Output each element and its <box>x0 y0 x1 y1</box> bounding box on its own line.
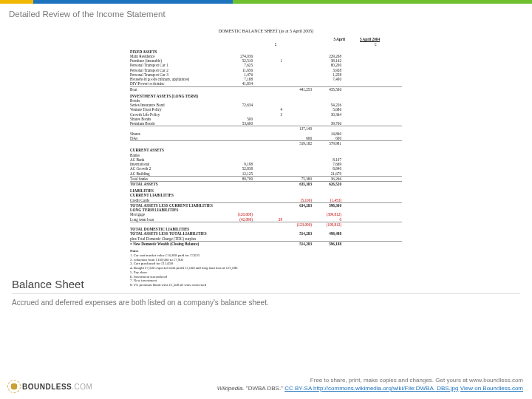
cred-url-link[interactable]: http://commons.wikimedia.org/wiki/File:D… <box>313 385 459 392</box>
boundless-logo-text: BOUNDLESS.COM <box>22 383 92 391</box>
sheet-row: Boat441,253435,506 <box>130 86 402 92</box>
sheet-col-headers: 5 April 5 April 2004 <box>130 37 402 42</box>
sheet-row: (123,000)(109,812) <box>130 222 402 227</box>
bar-green <box>233 0 532 4</box>
boundless-logo-icon <box>9 381 19 392</box>
slide-header-title: Detailed Review of the Income Statement <box>0 4 532 21</box>
sheet-row: TOTAL ASSETS LESS CURRENT LIABILITIES634… <box>130 202 402 208</box>
col-left: 5 April <box>333 37 344 42</box>
bar-yellow <box>0 0 33 4</box>
notes-list: 1. Car cost/market value £10,858 paid fo… <box>130 253 402 287</box>
col-right: 5 April 2004 <box>360 37 380 42</box>
balance-sheet-image: DOMESTIC BALANCE SHEET (as at 5 April 20… <box>126 26 406 273</box>
logo-text-suffix: .COM <box>72 383 92 391</box>
cred-quote: "DWBA DBS." <box>246 385 284 392</box>
currency-symbols: £ £ <box>130 42 402 47</box>
sheet-row: 519,182579,981 <box>130 140 402 146</box>
sheet-body: FIXED ASSETSMain Residence274,036229,268… <box>130 50 402 246</box>
sheet-row: = New Domestic Wealth (Closing Balance)5… <box>130 241 402 246</box>
sheet-row: 137,140 <box>130 126 402 131</box>
bar-blue <box>33 0 233 4</box>
sheet-row: TOTAL ASSETS635,383626,520 <box>130 181 402 186</box>
accent-top-bar <box>0 0 532 4</box>
sheet-doc-title: DOMESTIC BALANCE SHEET (as at 5 April 20… <box>130 29 402 34</box>
footer: BOUNDLESS.COM Free to share, print, make… <box>0 371 532 399</box>
logo-text-main: BOUNDLESS <box>22 383 72 391</box>
cred-view-link[interactable]: View on Boundless.com <box>460 385 523 392</box>
note-line: 8. 3% premium Bond wins £1,508 all wins … <box>130 283 402 287</box>
caption-text: Accrued and deferred expenses are both l… <box>12 299 520 307</box>
cred-source: Wikipedia. <box>217 385 245 392</box>
sheet-row: Total banks89,70975,38036,266 <box>130 176 402 181</box>
sheet-notes: Notes 1. Car cost/market value £10,858 p… <box>130 249 402 287</box>
logo-block[interactable]: BOUNDLESS.COM <box>9 381 92 392</box>
cred-license-link[interactable]: CC BY-SA <box>284 385 313 392</box>
